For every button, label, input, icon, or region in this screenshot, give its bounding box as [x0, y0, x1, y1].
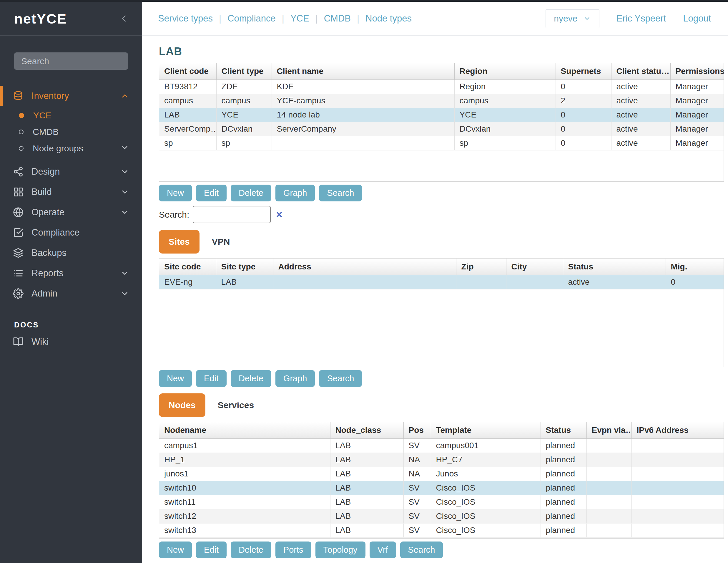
sidebar-item-cmdb[interactable]: CMDB — [0, 124, 142, 140]
table-cell — [586, 495, 631, 509]
table-cell: YCE — [454, 108, 556, 122]
column-header-region[interactable]: Region — [454, 63, 556, 79]
sidebar-item-yce[interactable]: YCE — [0, 107, 142, 124]
table-row[interactable]: spspsp0activeManager — [159, 136, 724, 150]
topnav-link-service-types[interactable]: Service types — [158, 13, 213, 24]
table-row[interactable]: campuscampusYCE-campuscampus2activeManag… — [159, 94, 724, 108]
chevron-down-icon — [120, 289, 129, 298]
column-header-mig[interactable]: Mig. — [666, 258, 724, 275]
topology-button[interactable]: Topology — [315, 542, 365, 558]
table-cell: planned — [541, 523, 586, 537]
table-cell — [631, 523, 724, 537]
sidebar-item-inventory[interactable]: Inventory — [0, 86, 142, 106]
column-header-client-statu[interactable]: Client statu… — [611, 63, 670, 79]
sidebar-collapse-icon[interactable] — [119, 13, 129, 24]
table-cell — [631, 509, 724, 523]
bullet-icon — [19, 129, 24, 134]
edit-button[interactable]: Edit — [196, 370, 227, 387]
column-header-nodename[interactable]: Nodename — [159, 422, 330, 439]
sidebar-item-build[interactable]: Build — [0, 182, 142, 202]
column-header-address[interactable]: Address — [273, 258, 456, 275]
sites-vpn-tabs: Sites VPN — [159, 230, 724, 253]
sidebar-search-input[interactable] — [14, 52, 128, 70]
graph-button[interactable]: Graph — [275, 185, 315, 201]
vrf-button[interactable]: Vrf — [370, 542, 396, 558]
sidebar-item-operate[interactable]: Operate — [0, 202, 142, 222]
column-header-status[interactable]: Status — [563, 258, 666, 275]
column-header-client-type[interactable]: Client type — [216, 63, 272, 79]
table-row[interactable]: switch13LABSVCisco_IOSplanned — [159, 523, 724, 537]
table-row[interactable]: switch11LABSVCisco_IOSplanned — [159, 495, 724, 509]
table-row[interactable]: switch12LABSVCisco_IOSplanned — [159, 509, 724, 523]
column-header-permissions[interactable]: Permissions — [670, 63, 724, 79]
table-cell: Manager — [670, 122, 724, 136]
column-header-client-name[interactable]: Client name — [272, 63, 454, 79]
sidebar-item-label: CMDB — [33, 127, 59, 137]
sidebar-item-admin[interactable]: Admin — [0, 283, 142, 304]
sidebar-item-node-groups[interactable]: Node groups — [0, 140, 142, 157]
new-button[interactable]: New — [159, 185, 192, 201]
table-row[interactable]: LABYCE14 node labYCE0activeManager — [159, 108, 724, 122]
sidebar-item-backups[interactable]: Backups — [0, 242, 142, 263]
column-header-node-class[interactable]: Node_class — [330, 422, 403, 439]
logout-link[interactable]: Logout — [683, 13, 711, 24]
user-name-link[interactable]: Eric Yspeert — [616, 13, 666, 24]
tab-sites[interactable]: Sites — [159, 230, 200, 253]
table-cell: active — [611, 94, 670, 108]
tab-nodes[interactable]: Nodes — [159, 393, 205, 417]
new-button[interactable]: New — [159, 370, 192, 387]
column-header-supernets[interactable]: Supernets — [556, 63, 611, 79]
active-bullet-icon — [19, 113, 24, 118]
ports-button[interactable]: Ports — [275, 542, 311, 558]
column-header-template[interactable]: Template — [431, 422, 541, 439]
table-cell: 0 — [556, 79, 611, 94]
delete-button[interactable]: Delete — [231, 185, 271, 201]
table-search-input[interactable] — [193, 206, 271, 223]
column-header-site-code[interactable]: Site code — [159, 258, 216, 275]
column-header-ipv6-address[interactable]: IPv6 Address — [631, 422, 724, 439]
column-header-evpn-vla[interactable]: Evpn vla… — [586, 422, 631, 439]
clear-search-icon[interactable]: × — [276, 209, 282, 220]
search-button[interactable]: Search — [319, 370, 362, 387]
column-header-client-code[interactable]: Client code — [159, 63, 216, 79]
sidebar-item-wiki[interactable]: Wiki — [0, 332, 142, 352]
table-row[interactable]: EVE-ngLABactive0 — [159, 275, 724, 289]
table-cell: Manager — [670, 136, 724, 150]
search-button[interactable]: Search — [400, 542, 443, 558]
topnav-link-cmdb[interactable]: CMDB — [324, 13, 351, 24]
table-row[interactable]: ServerComp…DCvxlanServerCompanyDCvxlan0a… — [159, 122, 724, 136]
chevron-up-icon — [120, 92, 129, 100]
column-header-zip[interactable]: Zip — [456, 258, 506, 275]
column-header-pos[interactable]: Pos — [403, 422, 431, 439]
table-cell — [631, 495, 724, 509]
column-header-site-type[interactable]: Site type — [216, 258, 273, 275]
check-square-icon — [13, 227, 24, 238]
search-button[interactable]: Search — [319, 185, 362, 201]
edit-button[interactable]: Edit — [196, 542, 227, 558]
table-row[interactable]: junos1LABNAJunosplanned — [159, 467, 724, 481]
table-row[interactable]: HP_1LABNAHP_C7planned — [159, 453, 724, 467]
tab-vpn[interactable]: VPN — [212, 237, 230, 247]
sidebar-item-design[interactable]: Design — [0, 161, 142, 182]
sidebar-item-label: YCE — [33, 110, 51, 120]
table-row[interactable]: switch10LABSVCisco_IOSplanned — [159, 481, 724, 495]
delete-button[interactable]: Delete — [231, 370, 271, 387]
delete-button[interactable]: Delete — [231, 542, 271, 558]
column-header-status[interactable]: Status — [541, 422, 586, 439]
column-header-city[interactable]: City — [506, 258, 563, 275]
graph-button[interactable]: Graph — [275, 370, 315, 387]
chevron-down-icon — [120, 143, 129, 154]
topnav-link-node-types[interactable]: Node types — [365, 13, 412, 24]
table-row[interactable]: BT93812ZDEKDERegion0activeManager — [159, 79, 724, 94]
table-cell: SV — [403, 523, 431, 537]
tab-services[interactable]: Services — [218, 400, 254, 410]
table-row[interactable]: campus1LABSVcampus001planned — [159, 439, 724, 453]
edit-button[interactable]: Edit — [196, 185, 227, 201]
new-button[interactable]: New — [159, 542, 192, 558]
sidebar-item-reports[interactable]: Reports — [0, 263, 142, 283]
context-select[interactable]: nyeve — [546, 9, 599, 28]
topnav-link-yce[interactable]: YCE — [290, 13, 309, 24]
globe-icon — [13, 207, 24, 217]
topnav-link-compliance[interactable]: Compliance — [227, 13, 276, 24]
sidebar-item-compliance[interactable]: Compliance — [0, 222, 142, 242]
